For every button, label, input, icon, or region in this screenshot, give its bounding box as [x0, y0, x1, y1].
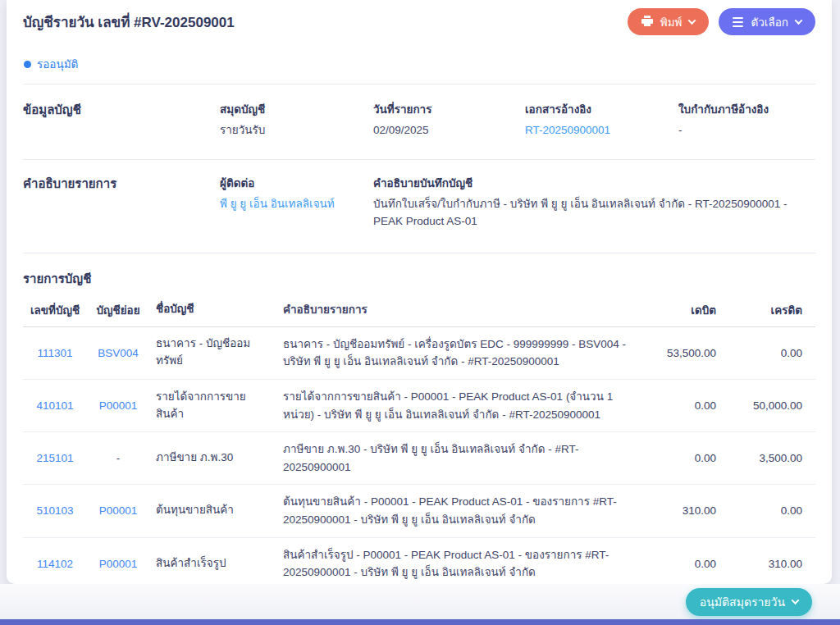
field-journal-note: คำอธิบายบันทึกบัญชี บันทึกใบเสร็จ/ใบกำกั…	[373, 174, 815, 230]
debit-amount: 0.00	[646, 558, 716, 570]
entry-description: สินค้าสำเร็จรูป - P00001 - PEAK Product …	[283, 546, 635, 582]
field-reference-document: เอกสารอ้างอิง RT-20250900001	[525, 100, 678, 139]
footer-action-bar: อนุมัติสมุดรายวัน	[0, 584, 840, 619]
bottom-accent-strip	[0, 619, 840, 625]
account-info-title: ข้อมูลบัญชี	[23, 100, 220, 139]
account-name: ธนาคาร - บัญชีออมทรัพย์	[156, 335, 272, 370]
journal-table-row: 111301 BSV004 ธนาคาร - บัญชีออมทรัพย์ ธน…	[23, 327, 815, 380]
chevron-down-icon	[688, 16, 696, 25]
journal-section-title: รายการบัญชี	[23, 253, 815, 289]
credit-amount: 3,500.00	[727, 452, 802, 464]
status-dot-icon	[24, 61, 31, 68]
account-no-link[interactable]: 111301	[30, 347, 80, 359]
sub-account-link[interactable]: P00001	[91, 504, 145, 517]
print-button-label: พิมพ์	[660, 13, 682, 31]
debit-amount: 310.00	[646, 504, 716, 517]
account-no-link[interactable]: 114102	[30, 558, 80, 570]
debit-amount: 0.00	[646, 399, 716, 412]
col-description: คำอธิบายรายการ	[283, 301, 635, 319]
status-row: รออนุมัติ	[23, 55, 815, 73]
description-section: คำอธิบายรายการ ผู้ติดต่อ พี ยู ยู เอ็น อ…	[23, 160, 815, 253]
account-name: รายได้จากการขายสินค้า	[156, 389, 272, 423]
entry-description: รายได้จากการขายสินค้า - P00001 - PEAK Pr…	[283, 388, 635, 423]
account-name: ภาษีขาย ภ.พ.30	[156, 449, 272, 467]
entry-description: ต้นทุนขายสินค้า - P00001 - PEAK Product …	[283, 493, 635, 528]
print-button[interactable]: พิมพ์	[628, 8, 710, 35]
account-name: ต้นทุนขายสินค้า	[156, 502, 272, 519]
field-contact: ผู้ติดต่อ พี ยู ยู เอ็น อินเทลลิเจนท์	[220, 174, 373, 230]
sub-account-link[interactable]: P00001	[91, 399, 145, 412]
debit-amount: 53,500.00	[646, 347, 716, 359]
journal-table-row: 510103 P00001 ต้นทุนขายสินค้า ต้นทุนขายส…	[23, 485, 815, 537]
journal-table: เลขที่บัญชี บัญชีย่อย ชื่อบัญชี คำอธิบาย…	[23, 299, 815, 584]
field-transaction-date: วันที่รายการ 02/09/2025	[373, 100, 525, 139]
field-tax-invoice-reference: ใบกำกับภาษีอ้างอิง -	[678, 100, 815, 139]
journal-table-body: 111301 BSV004 ธนาคาร - บัญชีออมทรัพย์ ธน…	[23, 327, 815, 584]
debit-amount: 0.00	[646, 452, 716, 464]
entry-description: ธนาคาร - บัญชีออมทรัพย์ - เครื่องรูดบัตร…	[283, 335, 635, 371]
entry-description: ภาษีขาย ภ.พ.30 - บริษัท พี ยู ยู เอ็น อิ…	[283, 440, 635, 476]
credit-amount: 0.00	[727, 347, 802, 359]
sub-account-link[interactable]: P00001	[91, 558, 145, 570]
journal-table-row: 215101 - ภาษีขาย ภ.พ.30 ภาษีขาย ภ.พ.30 -…	[23, 432, 815, 485]
credit-amount: 0.00	[727, 504, 802, 517]
menu-lines-icon	[733, 17, 743, 27]
description-section-title: คำอธิบายรายการ	[23, 174, 220, 230]
reference-document-link[interactable]: RT-20250900001	[525, 122, 678, 139]
col-debit: เดบิต	[646, 301, 716, 319]
account-no-link[interactable]: 410101	[30, 399, 80, 412]
col-account-name: ชื่อบัญชี	[156, 301, 272, 318]
journal-table-row: 410101 P00001 รายได้จากการขายสินค้า รายไ…	[23, 380, 815, 432]
credit-amount: 310.00	[727, 558, 802, 570]
journal-table-header: เลขที่บัญชี บัญชีย่อย ชื่อบัญชี คำอธิบาย…	[23, 299, 815, 327]
top-bar: บัญชีรายวัน เลขที่ #RV-202509001 พิมพ์ ต…	[23, 0, 815, 35]
field-journal-book: สมุดบัญชี รายวันรับ	[220, 100, 373, 139]
credit-amount: 50,000.00	[727, 399, 802, 412]
col-account-no: เลขที่บัญชี	[30, 301, 80, 319]
sub-account-link: -	[91, 452, 145, 464]
journal-table-row: 114102 P00001 สินค้าสำเร็จรูป สินค้าสำเร…	[23, 538, 815, 584]
options-button-label: ตัวเลือก	[751, 13, 788, 31]
journal-voucher-card: บัญชีรายวัน เลขที่ #RV-202509001 พิมพ์ ต…	[7, 0, 832, 584]
contact-link[interactable]: พี ยู ยู เอ็น อินเทลลิเจนท์	[220, 196, 373, 213]
account-name: สินค้าสำเร็จรูป	[156, 555, 272, 573]
account-no-link[interactable]: 215101	[30, 452, 80, 464]
header-actions: พิมพ์ ตัวเลือก	[628, 8, 815, 35]
chevron-down-icon	[795, 16, 803, 25]
page-title: บัญชีรายวัน เลขที่ #RV-202509001	[23, 8, 235, 33]
approve-journal-button[interactable]: อนุมัติสมุดรายวัน	[686, 588, 812, 616]
approve-button-label: อนุมัติสมุดรายวัน	[700, 593, 785, 611]
chevron-down-icon	[792, 596, 800, 604]
account-no-link[interactable]: 510103	[30, 504, 80, 517]
sub-account-link[interactable]: BSV004	[91, 347, 145, 359]
options-button[interactable]: ตัวเลือก	[719, 8, 815, 35]
col-sub-account: บัญชีย่อย	[91, 301, 145, 319]
account-info-section: ข้อมูลบัญชี สมุดบัญชี รายวันรับ วันที่รา…	[23, 84, 815, 159]
col-credit: เครดิต	[727, 301, 802, 319]
printer-icon	[641, 16, 653, 29]
status-badge: รออนุมัติ	[37, 55, 78, 73]
